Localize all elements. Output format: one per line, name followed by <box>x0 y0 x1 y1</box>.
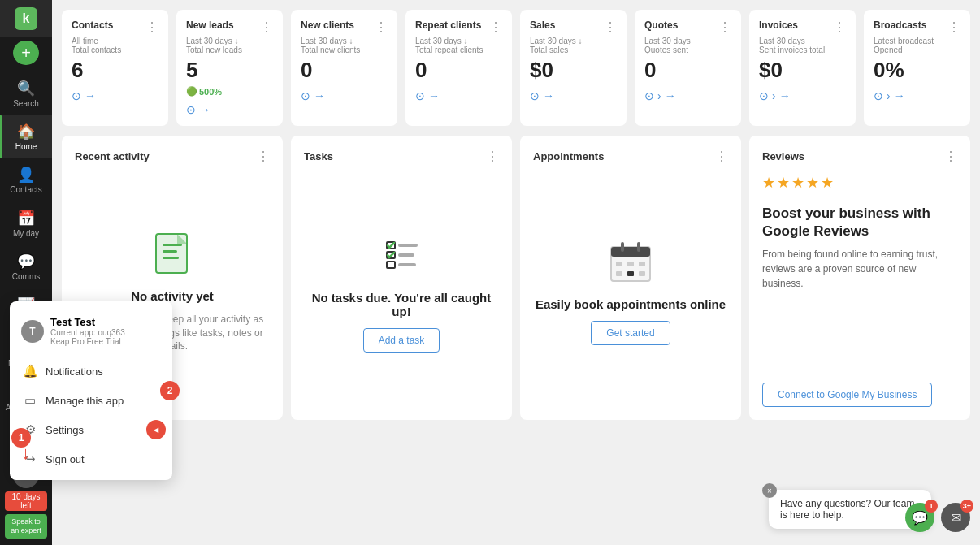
card-meta: Total sales <box>530 45 617 54</box>
card-menu-icon[interactable]: ⋮ <box>718 19 731 35</box>
card-value: 5 <box>186 58 273 83</box>
tasks-card: Tasks ⋮ No tasks due. You're all caught … <box>291 136 512 420</box>
arrow-right-icon[interactable]: → <box>779 89 791 102</box>
card-menu-icon[interactable]: ⋮ <box>944 149 957 164</box>
card-nav[interactable]: ⊙ › → <box>759 89 791 102</box>
card-nav[interactable]: ⊙ › → <box>644 89 676 102</box>
app-icon: ▭ <box>23 393 37 408</box>
sidebar-item-contacts[interactable]: 👤 Contacts <box>0 158 52 201</box>
refresh-icon[interactable]: ⊙ <box>759 89 769 102</box>
card-title: Recent activity <box>75 150 150 162</box>
card-nav[interactable]: ⊙ → <box>415 89 440 102</box>
card-subtitle: All time <box>72 37 158 45</box>
email-support-button[interactable]: ✉ 3+ <box>941 503 970 532</box>
card-nav[interactable]: ⊙ → <box>72 89 96 102</box>
popup-item-label: Manage this app <box>46 395 124 407</box>
chevron-right-icon[interactable]: › <box>657 89 661 102</box>
card-menu-icon[interactable]: ⋮ <box>604 19 617 35</box>
card-meta: Total contacts <box>72 45 158 54</box>
refresh-icon[interactable]: ⊙ <box>186 103 196 116</box>
stat-card-new-clients: New clients ⋮ Last 30 days ↓ Total new c… <box>291 10 397 126</box>
stat-card-invoices: Invoices ⋮ Last 30 days Sent invoices to… <box>749 10 856 126</box>
card-menu-icon[interactable]: ⋮ <box>375 19 388 35</box>
empty-state: Easily book appointments online Get star… <box>533 174 728 407</box>
card-title: Appointments <box>533 150 604 162</box>
card-nav[interactable]: ⊙ → <box>186 103 210 116</box>
svg-rect-19 <box>616 271 622 276</box>
svg-rect-15 <box>637 242 640 252</box>
popup-user-name: Test Test <box>50 316 125 328</box>
card-title: Broadcasts <box>874 19 926 31</box>
card-value: 0 <box>301 58 388 83</box>
stat-card-contacts: Contacts ⋮ All time Total contacts 6 ⊙ → <box>62 10 168 126</box>
arrow-right-icon[interactable]: → <box>543 89 554 102</box>
card-menu-icon[interactable]: ⋮ <box>947 19 960 35</box>
contacts-icon: 👤 <box>17 166 35 184</box>
card-title: New clients <box>301 19 354 31</box>
popup-notifications-item[interactable]: 🔔 Notifications <box>10 357 172 386</box>
card-menu-icon[interactable]: ⋮ <box>145 19 158 35</box>
card-nav[interactable]: ⊙ → <box>301 89 325 102</box>
settings-arrow-badge: ◄ <box>146 420 166 439</box>
arrow-right-icon[interactable]: → <box>428 89 440 102</box>
arrow-right-icon[interactable]: → <box>665 89 676 102</box>
card-menu-icon[interactable]: ⋮ <box>260 19 273 35</box>
refresh-icon[interactable]: ⊙ <box>415 89 425 102</box>
refresh-icon[interactable]: ⊙ <box>301 89 310 102</box>
get-started-button[interactable]: Get started <box>591 321 670 345</box>
add-button[interactable]: + <box>13 41 39 66</box>
svg-rect-21 <box>639 271 645 276</box>
chat-badge: 1 <box>925 500 938 513</box>
chevron-right-icon[interactable]: › <box>772 89 776 102</box>
arrow-right-icon[interactable]: → <box>314 89 325 102</box>
svg-rect-14 <box>621 242 624 252</box>
card-title: Contacts <box>72 19 113 31</box>
live-chat-button[interactable]: 💬 1 <box>905 503 934 532</box>
card-subtitle: Last 30 days <box>644 37 731 45</box>
chevron-right-icon[interactable]: › <box>887 89 891 102</box>
popup-item-label: Sign out <box>46 453 85 465</box>
card-menu-icon[interactable]: ⋮ <box>715 149 728 164</box>
svg-rect-17 <box>627 262 634 266</box>
card-menu-icon[interactable]: ⋮ <box>257 149 270 164</box>
user-popup-menu: T Test Test Current app: ouq363 Keap Pro… <box>10 301 172 480</box>
popup-avatar: T <box>21 320 44 343</box>
sidebar-item-search[interactable]: 🔍 Search <box>0 71 52 115</box>
stat-card-quotes: Quotes ⋮ Last 30 days Quotes sent 0 ⊙ › … <box>635 10 741 126</box>
card-nav[interactable]: ⊙ › → <box>874 89 905 102</box>
card-meta: Total repeat clients <box>415 45 502 54</box>
chat-icons-row: 💬 1 ✉ 3+ <box>905 503 970 532</box>
popup-sign-out-item[interactable]: ↪ Sign out <box>10 444 172 474</box>
speak-to-expert-button[interactable]: Speak to an expert <box>5 514 47 539</box>
card-title: Reviews <box>762 150 804 162</box>
refresh-icon[interactable]: ⊙ <box>644 89 654 102</box>
keap-logo: k <box>15 7 37 30</box>
popup-manage-app-item[interactable]: ▭ Manage this app <box>10 386 172 415</box>
arrow-right-icon[interactable]: → <box>894 89 905 102</box>
myday-icon: 📅 <box>17 210 35 227</box>
card-subtitle: Last 30 days <box>759 37 846 45</box>
popup-settings-item[interactable]: ⚙ Settings ◄ <box>10 415 172 444</box>
sidebar-item-comms[interactable]: 💬 Comms <box>0 245 52 288</box>
svg-rect-18 <box>639 262 645 266</box>
card-menu-icon[interactable]: ⋮ <box>486 149 499 164</box>
card-menu-icon[interactable]: ⋮ <box>833 19 846 35</box>
logo-area: k <box>0 0 52 37</box>
sidebar-item-myday[interactable]: 📅 My day <box>0 202 52 245</box>
chat-message: Have any questions? Our team is here to … <box>780 498 914 521</box>
refresh-icon[interactable]: ⊙ <box>530 89 540 102</box>
card-nav[interactable]: ⊙ → <box>530 89 554 102</box>
arrow-right-icon[interactable]: → <box>199 103 210 116</box>
card-subtitle: Last 30 days ↓ <box>186 37 273 45</box>
refresh-icon[interactable]: ⊙ <box>874 89 883 102</box>
connect-google-button[interactable]: Connect to Google My Business <box>762 383 932 407</box>
add-task-button[interactable]: Add a task <box>363 328 440 353</box>
card-menu-icon[interactable]: ⋮ <box>489 19 502 35</box>
down-arrow-indicator: ↓ <box>21 443 30 464</box>
arrow-right-icon[interactable]: → <box>85 89 96 102</box>
sidebar-item-home[interactable]: 🏠 Home <box>0 115 52 158</box>
sidebar-item-label: Search <box>13 99 39 108</box>
card-meta: Sent invoices total <box>759 45 846 54</box>
refresh-icon[interactable]: ⊙ <box>72 89 81 102</box>
chat-close-button[interactable]: × <box>762 483 777 498</box>
